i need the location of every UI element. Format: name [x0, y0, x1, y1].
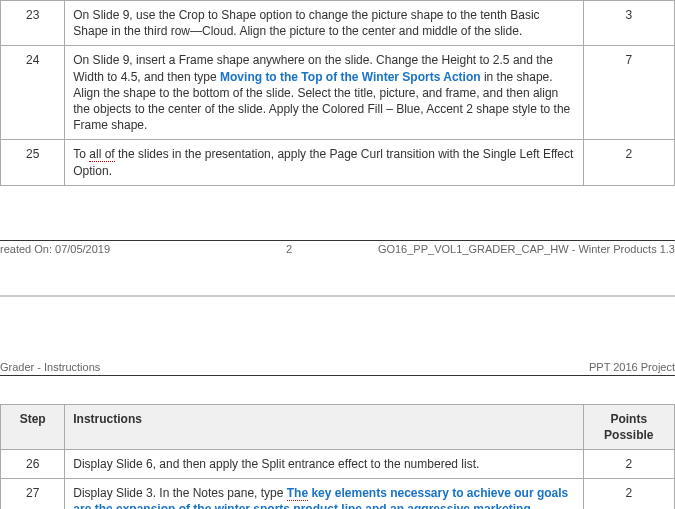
instructions-table-bottom: Step Instructions Points Possible 26 Dis…	[0, 404, 675, 509]
step-cell: 24	[1, 46, 65, 140]
footer-page-number: 2	[286, 243, 292, 255]
points-cell: 2	[583, 140, 674, 185]
page-footer: reated On: 07/05/2019 2 GO16_PP_VOL1_GRA…	[0, 240, 675, 255]
footer-doc-id: GO16_PP_VOL1_GRADER_CAP_HW - Winter Prod…	[378, 243, 675, 255]
instruction-cell: On Slide 9, insert a Frame shape anywher…	[65, 46, 583, 140]
highlight-text: The	[287, 486, 308, 501]
instruction-cell: On Slide 9, use the Crop to Shape option…	[65, 1, 583, 46]
points-cell: 3	[583, 1, 674, 46]
header-right: PPT 2016 Project	[589, 361, 675, 373]
step-cell: 23	[1, 1, 65, 46]
page-gap	[0, 255, 675, 295]
highlight-text: Moving to the Top of the Winter Sports A…	[220, 70, 481, 84]
step-cell: 26	[1, 450, 65, 479]
step-cell: 27	[1, 479, 65, 509]
col-header-step: Step	[1, 404, 65, 449]
instruction-cell: Display Slide 6, and then apply the Spli…	[65, 450, 583, 479]
instructions-table-top: 23 On Slide 9, use the Crop to Shape opt…	[0, 0, 675, 186]
col-header-instructions: Instructions	[65, 404, 583, 449]
footer-created: reated On: 07/05/2019	[0, 243, 110, 255]
table-row: 27 Display Slide 3. In the Notes pane, t…	[1, 479, 675, 509]
points-cell: 2	[583, 479, 674, 509]
table-row: 24 On Slide 9, insert a Frame shape anyw…	[1, 46, 675, 140]
spellcheck-text: all of	[89, 147, 114, 162]
table-header-row: Step Instructions Points Possible	[1, 404, 675, 449]
table-row: 26 Display Slide 6, and then apply the S…	[1, 450, 675, 479]
page-separator	[0, 295, 675, 297]
table-row: 25 To all of the slides in the presentat…	[1, 140, 675, 185]
page-header: Grader - Instructions PPT 2016 Project	[0, 361, 675, 376]
header-left: Grader - Instructions	[0, 361, 100, 373]
table-row: 23 On Slide 9, use the Crop to Shape opt…	[1, 1, 675, 46]
instruction-cell: To all of the slides in the presentation…	[65, 140, 583, 185]
col-header-points: Points Possible	[583, 404, 674, 449]
points-cell: 2	[583, 450, 674, 479]
instruction-cell: Display Slide 3. In the Notes pane, type…	[65, 479, 583, 509]
step-cell: 25	[1, 140, 65, 185]
points-cell: 7	[583, 46, 674, 140]
